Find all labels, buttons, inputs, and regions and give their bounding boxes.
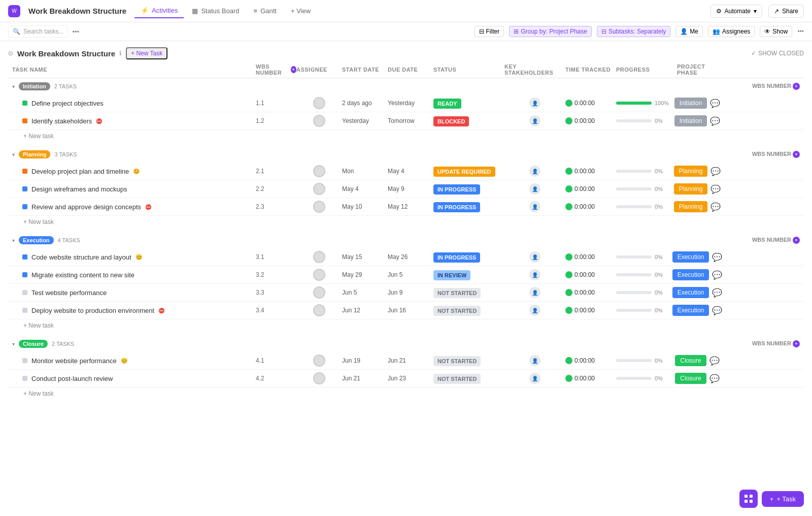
comment-icon[interactable]: 💬 [712,252,722,262]
section-toggle-closure[interactable]: ▾ [12,341,15,347]
search-box[interactable]: 🔍 Search tasks... [8,25,68,38]
section-toggle-execution[interactable]: ▾ [12,238,15,243]
tab-gantt[interactable]: ≡ Gantt [248,4,283,18]
filter-button[interactable]: ⊟ Filter [475,26,504,37]
avatar[interactable] [313,115,325,127]
status-badge[interactable]: UPDATE REQUIRED [433,167,495,177]
assignee-cell[interactable] [296,304,342,316]
stakeholder-cell[interactable]: 👤 [504,305,565,316]
table-row[interactable]: Test website performance 3.3 Jun 5 Jun 9… [8,284,804,302]
table-row[interactable]: Identify stakeholders ⛔ 1.2 Yesterday To… [8,112,804,130]
status-cell[interactable]: NOT STARTED [433,357,504,365]
assignee-cell[interactable] [296,115,342,127]
assignee-cell[interactable] [296,251,342,263]
new-task-row[interactable]: + New task [8,319,804,332]
status-badge[interactable]: IN PROGRESS [433,252,480,263]
status-badge[interactable]: NOT STARTED [433,356,481,366]
stakeholder-icon[interactable]: 👤 [529,183,540,195]
new-task-row[interactable]: + New task [8,216,804,228]
phase-badge[interactable]: Closure [675,355,706,366]
status-badge[interactable]: IN REVIEW [433,270,470,280]
phase-badge[interactable]: Planning [674,183,708,195]
stakeholder-icon[interactable]: 👤 [529,355,540,366]
stakeholder-cell[interactable]: 👤 [504,269,565,280]
project-phase-cell[interactable]: Initiation 💬 [677,98,718,109]
phase-badge[interactable]: Execution [672,251,709,263]
phase-badge[interactable]: Initiation [674,98,707,109]
automate-button[interactable]: ⚙ Automate ▾ [710,5,762,18]
avatar[interactable] [313,269,325,281]
section-toggle-planning[interactable]: ▾ [12,152,15,157]
stakeholder-icon[interactable]: 👤 [529,305,540,316]
tab-activities[interactable]: ⚡ Activities [134,4,184,18]
new-task-row[interactable]: + New task [8,130,804,142]
avatar[interactable] [313,251,325,263]
comment-icon[interactable]: 💬 [712,270,722,280]
project-phase-cell[interactable]: Closure 💬 [677,373,718,384]
assignee-cell[interactable] [296,286,342,299]
more-options-icon[interactable]: ••• [72,28,79,36]
status-badge[interactable]: READY [433,99,461,109]
status-badge[interactable]: IN PROGRESS [433,184,480,195]
status-badge[interactable]: BLOCKED [433,116,469,126]
show-closed-button[interactable]: ✓ SHOW CLOSED [751,50,804,57]
table-row[interactable]: Review and approve design concepts ⛔ 2.3… [8,198,804,216]
subtasks-button[interactable]: ⊟ Subtasks: Separately [597,26,670,37]
avatar[interactable] [313,97,325,109]
stakeholder-icon[interactable]: 👤 [529,201,540,212]
table-row[interactable]: Develop project plan and timeline 😊 2.1 … [8,163,804,180]
assignees-button[interactable]: 👥 Assignees [708,26,755,37]
comment-icon[interactable]: 💬 [709,374,720,383]
assignee-cell[interactable] [296,269,342,281]
status-badge[interactable]: IN PROGRESS [433,202,480,212]
assignee-cell[interactable] [296,201,342,213]
assignee-cell[interactable] [296,183,342,195]
avatar[interactable] [313,183,325,195]
status-cell[interactable]: IN PROGRESS [433,185,504,193]
assignee-cell[interactable] [296,97,342,109]
status-cell[interactable]: UPDATE REQUIRED [433,168,504,175]
status-cell[interactable]: NOT STARTED [433,289,504,297]
comment-icon[interactable]: 💬 [710,184,721,194]
status-cell[interactable]: BLOCKED [433,117,504,125]
section-toggle-initiation[interactable]: ▾ [12,84,15,89]
table-row[interactable]: Deploy website to production environment… [8,302,804,319]
stakeholder-cell[interactable]: 👤 [504,98,565,109]
phase-badge[interactable]: Closure [675,373,706,384]
phase-badge[interactable]: Execution [672,287,709,298]
table-row[interactable]: Monitor website performance 😊 4.1 Jun 19… [8,352,804,370]
tab-add-view[interactable]: + View [285,4,317,18]
project-phase-cell[interactable]: Execution 💬 [677,305,718,316]
stakeholder-icon[interactable]: 👤 [529,98,540,109]
stakeholder-cell[interactable]: 👤 [504,355,565,366]
status-cell[interactable]: IN PROGRESS [433,253,504,261]
stakeholder-cell[interactable]: 👤 [504,166,565,177]
stakeholder-icon[interactable]: 👤 [529,166,540,177]
table-row[interactable]: Code website structure and layout 😊 3.1 … [8,248,804,266]
stakeholder-cell[interactable]: 👤 [504,287,565,298]
comment-icon[interactable]: 💬 [710,99,720,108]
phase-badge[interactable]: Execution [672,305,709,316]
assignee-cell[interactable] [296,372,342,384]
stakeholder-cell[interactable]: 👤 [504,373,565,384]
assignee-cell[interactable] [296,165,342,177]
comment-icon[interactable]: 💬 [712,306,722,315]
avatar[interactable] [313,165,325,177]
status-badge[interactable]: NOT STARTED [433,374,481,384]
comment-icon[interactable]: 💬 [710,167,721,176]
project-phase-cell[interactable]: Execution 💬 [677,287,718,298]
stakeholder-icon[interactable]: 👤 [529,251,540,263]
status-cell[interactable]: IN PROGRESS [433,203,504,211]
table-row[interactable]: Define project objectives 1.1 2 days ago… [8,94,804,112]
comment-icon[interactable]: 💬 [710,116,720,126]
phase-badge[interactable]: Planning [674,201,708,212]
avatar[interactable] [313,201,325,213]
stakeholder-cell[interactable]: 👤 [504,115,565,126]
project-phase-cell[interactable]: Planning 💬 [677,201,718,212]
project-phase-cell[interactable]: Planning 💬 [677,183,718,195]
avatar[interactable] [313,354,325,367]
phase-badge[interactable]: Execution [672,269,709,280]
tab-status-board[interactable]: ▦ Status Board [186,4,245,18]
stakeholder-icon[interactable]: 👤 [529,269,540,280]
comment-icon[interactable]: 💬 [712,288,722,298]
